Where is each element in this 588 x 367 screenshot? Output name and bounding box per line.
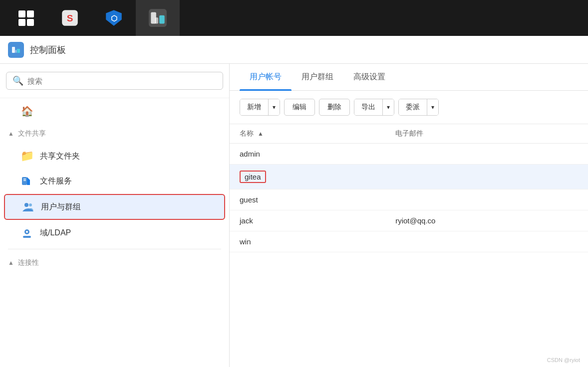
sidebar-section-label-connectivity: 连接性 — [18, 258, 39, 267]
sidebar-item-label-file-service: 文件服务 — [40, 176, 72, 186]
user-email-jack: ryiot@qq.co — [385, 210, 588, 231]
user-name-gitea: gitea — [230, 165, 385, 189]
user-email-guest — [385, 189, 588, 210]
svg-rect-6 — [159, 15, 165, 24]
user-email-gitea — [385, 165, 588, 189]
main-layout: 🔍 🏠 ▲ 文件共享 📁 共享文件夹 — [0, 64, 588, 367]
tab-user-accounts[interactable]: 用户帐号 — [240, 64, 292, 90]
watermark: CSDN @ryiot — [547, 357, 580, 363]
users-icon — [21, 200, 35, 214]
tabs: 用户帐号 用户群组 高级设置 — [230, 64, 588, 91]
chevron-down-icon: ▲ — [8, 130, 14, 137]
export-button-main[interactable]: 导出 — [354, 99, 382, 115]
search-icon: 🔍 — [12, 75, 23, 86]
col-header-name[interactable]: 名称 ▲ — [230, 124, 385, 144]
header: 控制面板 — [0, 36, 588, 64]
home-icon: 🏠 — [20, 104, 34, 118]
gitea-highlight-box: gitea — [240, 171, 266, 183]
header-title: 控制面板 — [30, 44, 66, 56]
col-header-email: 电子邮件 — [385, 124, 588, 144]
user-name-admin: admin — [230, 144, 385, 165]
search-box[interactable]: 🔍 — [6, 72, 223, 90]
user-name-win: win — [230, 231, 385, 252]
file-service-icon — [20, 174, 34, 188]
svg-text:⬡: ⬡ — [111, 14, 117, 22]
users-table: 名称 ▲ 电子邮件 admin gitea — [230, 124, 588, 252]
sidebar-section-file-share[interactable]: ▲ 文件共享 — [0, 124, 229, 143]
taskbar-item-control[interactable] — [136, 0, 180, 36]
table-row[interactable]: admin — [230, 144, 588, 165]
tab-user-groups[interactable]: 用户群组 — [292, 64, 343, 90]
add-button-arrow[interactable]: ▾ — [268, 99, 280, 115]
ldap-icon — [20, 226, 34, 240]
delegate-button-arrow[interactable]: ▾ — [427, 99, 438, 115]
header-icon — [8, 42, 24, 58]
taskbar-item-shield[interactable]: ⬡ — [92, 0, 136, 36]
svg-rect-11 — [22, 177, 27, 185]
sidebar-item-ldap[interactable]: 域/LDAP — [4, 221, 225, 245]
table-row[interactable]: jack ryiot@qq.co — [230, 210, 588, 231]
export-button-arrow[interactable]: ▾ — [382, 99, 394, 115]
svg-rect-9 — [17, 49, 20, 53]
table-row[interactable]: guest — [230, 189, 588, 210]
table-row[interactable]: gitea — [230, 165, 588, 189]
search-container: 🔍 — [0, 64, 229, 98]
svg-marker-12 — [27, 177, 30, 185]
table-row[interactable]: win — [230, 231, 588, 252]
content-area: 用户帐号 用户群组 高级设置 新增 ▾ 编辑 删除 导出 ▾ 委派 ▾ — [230, 64, 588, 367]
sidebar-item-home[interactable]: 🏠 — [4, 99, 225, 123]
svg-point-15 — [24, 203, 28, 207]
svg-text:S: S — [67, 13, 73, 23]
tab-advanced-settings[interactable]: 高级设置 — [343, 64, 395, 90]
user-name-guest: guest — [230, 189, 385, 210]
user-name-jack: jack — [230, 210, 385, 231]
svg-rect-7 — [155, 17, 158, 24]
sidebar-item-users-groups[interactable]: 用户与群组 — [4, 194, 225, 220]
svg-rect-10 — [15, 50, 16, 53]
svg-point-16 — [29, 203, 32, 206]
sidebar-item-label-users-groups: 用户与群组 — [41, 202, 81, 212]
taskbar: S ⬡ — [0, 0, 588, 36]
delete-button[interactable]: 删除 — [319, 99, 350, 116]
delegate-button-split[interactable]: 委派 ▾ — [398, 99, 439, 116]
taskbar-item-grid[interactable] — [4, 0, 48, 36]
sidebar-item-label-shared-folder: 共享文件夹 — [40, 151, 80, 162]
edit-button[interactable]: 编辑 — [284, 99, 315, 116]
add-button-split[interactable]: 新增 ▾ — [240, 99, 280, 116]
sort-icon-name: ▲ — [258, 130, 264, 137]
export-button-split[interactable]: 导出 ▾ — [354, 99, 394, 116]
sidebar-section-connectivity[interactable]: ▲ 连接性 — [0, 253, 229, 272]
taskbar-item-sketchbook[interactable]: S — [48, 0, 92, 36]
sidebar-item-shared-folder[interactable]: 📁 共享文件夹 — [4, 144, 225, 168]
delegate-button-main[interactable]: 委派 — [399, 99, 427, 115]
svg-rect-19 — [23, 236, 31, 238]
chevron-up-icon: ▲ — [8, 259, 14, 266]
add-button-main[interactable]: 新增 — [240, 99, 268, 115]
user-email-win — [385, 231, 588, 252]
sidebar-item-file-service[interactable]: 文件服务 — [4, 169, 225, 193]
sidebar-item-label-ldap: 域/LDAP — [40, 228, 71, 238]
search-input[interactable] — [27, 77, 217, 85]
svg-point-18 — [26, 231, 28, 233]
user-email-admin — [385, 144, 588, 165]
folder-icon: 📁 — [20, 149, 34, 163]
sidebar-section-label-file-share: 文件共享 — [18, 129, 46, 138]
sidebar-divider-1 — [8, 249, 221, 249]
toolbar: 新增 ▾ 编辑 删除 导出 ▾ 委派 ▾ — [230, 91, 588, 124]
svg-rect-8 — [12, 47, 15, 53]
sidebar: 🔍 🏠 ▲ 文件共享 📁 共享文件夹 — [0, 64, 230, 367]
